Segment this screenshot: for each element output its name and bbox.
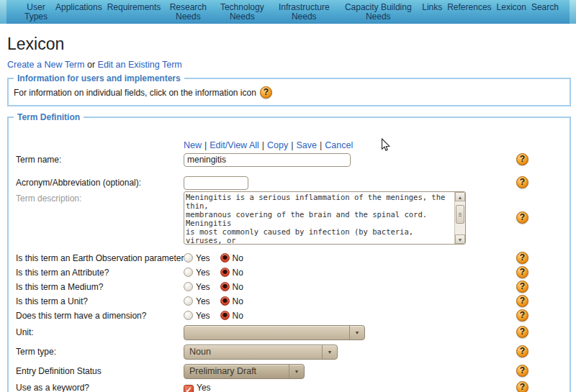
create-new-term-link[interactable]: Create a New Term xyxy=(7,60,84,70)
term-definition-legend: Term Definition xyxy=(14,112,84,122)
scrollbar[interactable]: ▲ ▼ xyxy=(454,192,465,244)
radio-no-label: No xyxy=(233,282,243,292)
nav-technology-needs[interactable]: Technology Needs xyxy=(215,3,269,22)
nav-left-edge xyxy=(0,0,6,24)
help-icon[interactable]: ? xyxy=(516,309,528,322)
help-icon[interactable]: ? xyxy=(516,295,528,307)
keyword-checkbox[interactable]: ✓ xyxy=(184,385,194,392)
edit-view-all-link[interactable]: Edit/View All xyxy=(210,140,259,150)
attribute-label: Is this term an Attribute? xyxy=(16,268,109,278)
description-text: Meningitis is a serious inflammation of … xyxy=(184,192,454,244)
separator: | xyxy=(204,140,207,150)
nav-links[interactable]: Links xyxy=(422,3,442,12)
unit-label: Unit: xyxy=(16,327,34,337)
nav-right-edge xyxy=(570,0,576,24)
nav-search[interactable]: Search xyxy=(531,3,559,12)
description-row: Term description: Meningitis is a seriou… xyxy=(14,191,566,246)
entry-status-row: Entry Definition Status Preliminary Draf… xyxy=(14,364,566,380)
nav-references[interactable]: References xyxy=(447,3,491,12)
nav-user-types[interactable]: User Types xyxy=(22,3,50,22)
help-icon[interactable]: ? xyxy=(516,176,528,188)
medium-label: Is this term a Medium? xyxy=(16,282,103,292)
radio-no[interactable] xyxy=(220,296,230,306)
keyword-label: Use as a keyword? xyxy=(16,383,89,392)
action-links-row: New|Edit/View All|Copy|Save|Cancel xyxy=(14,139,566,152)
eo-parameter-row: Is this term an Earth Observation parame… xyxy=(14,251,566,265)
help-icon[interactable]: ? xyxy=(516,365,528,377)
help-icon[interactable]: ? xyxy=(260,86,272,99)
info-section: Information for users and implementers F… xyxy=(7,73,571,106)
page-title: Lexicon xyxy=(7,35,571,53)
nav-lexicon[interactable]: Lexicon xyxy=(497,3,526,12)
separator: | xyxy=(291,140,293,150)
radio-no-label: No xyxy=(233,311,243,321)
term-definition-section: Term Definition New|Edit/View All|Copy|S… xyxy=(7,112,571,392)
scroll-down-icon[interactable]: ▼ xyxy=(455,234,465,244)
help-icon[interactable]: ? xyxy=(516,326,528,338)
description-label: Term description: xyxy=(16,193,81,204)
save-link[interactable]: Save xyxy=(297,140,318,150)
copy-link[interactable]: Copy xyxy=(267,140,288,150)
radio-no[interactable] xyxy=(220,282,230,291)
nav-research-needs[interactable]: Research Needs xyxy=(166,3,210,22)
edit-existing-term-link[interactable]: Edit an Existing Term xyxy=(98,60,182,70)
radio-yes-label: Yes xyxy=(196,282,210,292)
term-type-select[interactable]: Noun ▼ xyxy=(184,345,338,360)
help-icon[interactable]: ? xyxy=(516,381,528,392)
eo-parameter-label: Is this term an Earth Observation parame… xyxy=(16,253,189,263)
help-icon[interactable]: ? xyxy=(516,153,528,165)
radio-no-label: No xyxy=(233,253,243,263)
radio-yes[interactable] xyxy=(184,311,193,320)
keyword-checkbox-label: Yes xyxy=(197,383,211,392)
entry-status-select[interactable]: Preliminary Draft ▼ xyxy=(184,364,305,379)
term-name-input[interactable] xyxy=(184,153,351,167)
term-description-textarea[interactable]: Meningitis is a serious inflammation of … xyxy=(184,191,466,245)
radio-no-label: No xyxy=(233,296,243,306)
term-name-row: Term name: ? xyxy=(14,152,566,169)
help-icon[interactable]: ? xyxy=(516,266,528,278)
nav-requirements[interactable]: Requirements xyxy=(107,3,161,12)
radio-yes[interactable] xyxy=(184,282,193,291)
radio-no[interactable] xyxy=(220,253,230,263)
keyword-row: Use as a keyword? ✓Yes ? xyxy=(14,380,566,392)
radio-yes-label: Yes xyxy=(196,268,210,278)
acronym-label: Acronym/Abbreviation (optional): xyxy=(16,178,141,188)
attribute-row: Is this term an Attribute? YesNo ? xyxy=(14,265,566,280)
chevron-down-icon: ▼ xyxy=(322,345,337,359)
new-link[interactable]: New xyxy=(184,140,202,150)
help-icon[interactable]: ? xyxy=(516,345,528,357)
radio-no[interactable] xyxy=(220,268,230,277)
unit-select[interactable]: ▼ xyxy=(184,325,365,340)
medium-row: Is this term a Medium? YesNo ? xyxy=(14,280,566,294)
separator: | xyxy=(262,140,264,150)
nav-capacity-building-needs[interactable]: Capacity Building Needs xyxy=(339,3,417,22)
radio-yes-label: Yes xyxy=(196,253,210,263)
nav-infrastructure-needs[interactable]: Infrastructure Needs xyxy=(274,3,334,22)
dimension-row: Does this term have a dimension? YesNo ? xyxy=(14,309,566,323)
cancel-link[interactable]: Cancel xyxy=(325,140,353,150)
unit-question-label: Is this term a Unit? xyxy=(16,296,88,306)
scrollbar-thumb[interactable] xyxy=(456,205,464,224)
help-icon[interactable]: ? xyxy=(516,211,528,224)
unit-question-row: Is this term a Unit? YesNo ? xyxy=(14,294,566,309)
info-text: For information on individual fields, cl… xyxy=(14,88,256,98)
nav-applications[interactable]: Applications xyxy=(55,3,102,12)
help-icon[interactable]: ? xyxy=(516,252,528,264)
radio-yes[interactable] xyxy=(184,296,193,306)
entry-status-label: Entry Definition Status xyxy=(16,366,102,376)
help-icon[interactable]: ? xyxy=(516,281,528,293)
term-type-label: Term type: xyxy=(16,347,56,357)
radio-no-label: No xyxy=(233,268,243,278)
scroll-up-icon[interactable]: ▲ xyxy=(455,192,465,201)
radio-yes[interactable] xyxy=(184,268,193,277)
acronym-input[interactable] xyxy=(184,176,248,190)
radio-yes-label: Yes xyxy=(196,311,210,321)
term-type-select-value: Noun xyxy=(189,347,211,357)
separator: | xyxy=(320,140,322,150)
radio-yes[interactable] xyxy=(184,253,193,263)
chevron-down-icon: ▼ xyxy=(289,365,304,378)
radio-no[interactable] xyxy=(220,311,230,320)
top-navigation: User Types Applications Requirements Res… xyxy=(0,0,576,24)
term-type-row: Term type: Noun ▼ ? xyxy=(14,345,566,362)
radio-yes-label: Yes xyxy=(196,296,210,306)
